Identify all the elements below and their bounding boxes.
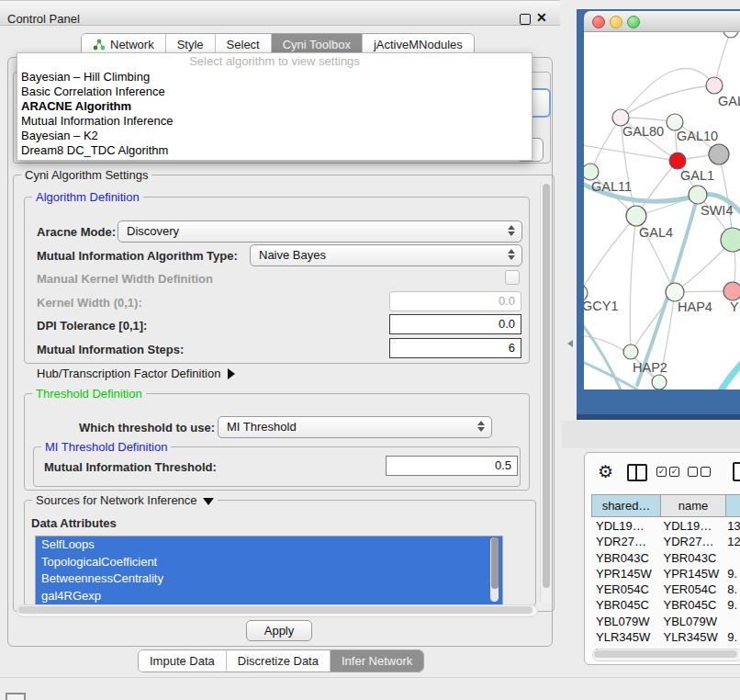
network-node-GAL4[interactable] xyxy=(626,206,646,226)
hub-definition-section[interactable]: Hub/Transcription Factor Definition xyxy=(37,367,235,380)
table-cell: YPR145W xyxy=(591,566,658,581)
zoom-window-icon[interactable] xyxy=(627,16,640,28)
tab-label: Impute Data xyxy=(150,654,215,668)
algorithm-option[interactable]: Bayesian – K2 xyxy=(17,129,532,143)
table-cell: YBL079W xyxy=(591,614,658,629)
dpi-tolerance-input[interactable]: 0.0 xyxy=(389,314,521,334)
aracne-mode-select[interactable]: Discovery xyxy=(118,220,522,243)
sources-title[interactable]: Sources for Network Inference xyxy=(32,493,218,507)
selected-value: Discovery xyxy=(127,224,179,238)
selected-value: MI Threshold xyxy=(227,420,297,434)
column-header-shared-name[interactable]: shared… xyxy=(591,494,661,517)
table-cell: YBL079W xyxy=(658,614,723,629)
tab-infer-network[interactable]: Infer Network xyxy=(331,650,423,672)
network-edge[interactable] xyxy=(621,68,714,118)
deselect-all-icon[interactable] xyxy=(688,467,713,480)
network-node-GAL7[interactable] xyxy=(706,77,723,94)
table-cell: YDR27… xyxy=(658,534,723,549)
algorithm-option[interactable]: Basic Correlation Inference xyxy=(17,85,532,99)
scrollbar-thumb[interactable] xyxy=(18,606,533,614)
network-edge[interactable] xyxy=(621,85,714,118)
network-icon xyxy=(93,39,106,51)
network-edge[interactable] xyxy=(584,216,636,293)
network-edge[interactable] xyxy=(590,118,621,172)
network-edge[interactable] xyxy=(584,317,621,390)
algorithm-option[interactable]: Mutual Information Inference xyxy=(17,114,532,129)
network-node-HAP4[interactable] xyxy=(666,283,684,301)
attributes-scrollbar[interactable] xyxy=(490,537,499,602)
network-node-HAP2[interactable] xyxy=(623,344,638,359)
expand-right-icon[interactable] xyxy=(228,368,235,379)
scrollbar-thumb[interactable] xyxy=(491,537,499,589)
scrollbar-thumb[interactable] xyxy=(543,184,550,588)
mi-algorithm-type-select[interactable]: Naive Bayes xyxy=(250,244,522,266)
table-row[interactable]: YLR345WYLR345W9. xyxy=(591,629,740,645)
which-threshold-select[interactable]: MI Threshold xyxy=(218,416,492,438)
network-node-GAL11[interactable] xyxy=(584,164,599,180)
network-node-node-big-green[interactable] xyxy=(721,228,740,252)
data-attribute-item[interactable]: SelfLoops xyxy=(36,536,502,554)
table-horizontal-scrollbar[interactable] xyxy=(592,649,740,661)
network-edge[interactable] xyxy=(584,359,637,390)
table-row[interactable]: YDL19…YDL19…13 xyxy=(591,518,740,534)
network-node-node-gray[interactable] xyxy=(709,144,729,164)
network-node-Y-node[interactable] xyxy=(723,282,740,300)
network-edge[interactable] xyxy=(584,144,678,161)
dropdown-prompt: Select algorithm to view settings xyxy=(17,53,532,70)
network-canvas[interactable]: GAL7GAL80GAL10GAL1GAL11SWI4GAL4GCY1HAP4Y… xyxy=(584,32,740,390)
tab-impute-data[interactable]: Impute Data xyxy=(139,650,227,672)
data-attribute-item[interactable]: gal4RGexp xyxy=(36,588,502,605)
page-icon[interactable] xyxy=(733,462,740,481)
tab-label: Cyni Toolbox xyxy=(283,38,351,51)
scrollbar-thumb[interactable] xyxy=(594,650,737,658)
table-cell: 9. xyxy=(723,566,740,581)
column-header-next[interactable] xyxy=(726,494,740,517)
settings-horizontal-scrollbar[interactable] xyxy=(17,604,538,617)
network-edge[interactable] xyxy=(718,356,740,390)
network-window-titlebar[interactable] xyxy=(584,11,740,32)
tab-discretize-data[interactable]: Discretize Data xyxy=(227,650,331,672)
table-row[interactable]: YBR043CYBR043C xyxy=(591,550,740,566)
apply-button[interactable]: Apply xyxy=(246,620,312,641)
table-cell: YBR043C xyxy=(658,550,723,566)
network-node-GAL1[interactable] xyxy=(669,152,686,169)
minimized-panel-icon[interactable] xyxy=(6,693,26,700)
algorithm-option[interactable]: Dream8 DC_TDC Algorithm xyxy=(17,143,532,158)
kernel-width-label: Kernel Width (0,1): xyxy=(37,296,142,310)
select-all-icon[interactable]: ✓✓ xyxy=(656,467,682,480)
network-edge[interactable] xyxy=(630,216,636,352)
manual-kernel-width-checkbox[interactable] xyxy=(505,270,520,285)
data-attribute-item[interactable]: TopologicalCoefficient xyxy=(36,554,502,571)
algorithm-dropdown: Select algorithm to view settings Bayesi… xyxy=(17,52,533,161)
split-columns-icon[interactable] xyxy=(627,464,647,481)
splitter-collapse-icon[interactable] xyxy=(567,340,573,347)
mi-threshold-input[interactable]: 0.5 xyxy=(386,456,518,476)
algorithm-option[interactable]: Bayesian – Hill Climbing xyxy=(17,70,532,85)
algorithm-option[interactable]: ARACNE Algorithm xyxy=(17,99,532,114)
network-node-node-bottom[interactable] xyxy=(652,375,667,390)
collapse-down-icon[interactable] xyxy=(203,498,214,505)
network-graph: GAL7GAL80GAL10GAL1GAL11SWI4GAL4GCY1HAP4Y… xyxy=(584,32,740,390)
table-cell: YDR27… xyxy=(591,534,658,549)
mi-steps-input[interactable]: 6 xyxy=(389,338,521,358)
network-node-SWI4[interactable] xyxy=(689,186,707,204)
settings-vertical-scrollbar[interactable] xyxy=(540,180,551,604)
dpi-tolerance-label: DPI Tolerance [0,1]: xyxy=(37,319,147,333)
table-row[interactable]: YER054CYER054C8. xyxy=(591,581,740,597)
close-icon[interactable]: ✕ xyxy=(536,10,547,25)
close-window-icon[interactable] xyxy=(592,16,605,28)
data-attribute-item[interactable]: BetweennessCentrality xyxy=(36,570,502,588)
table-row[interactable]: YPR145WYPR145W9. xyxy=(591,566,740,581)
node-label-GAL7: GAL7 xyxy=(718,94,740,108)
column-header-name[interactable]: name xyxy=(661,494,726,517)
table-row[interactable]: YBR045CYBR045C9. xyxy=(591,597,740,613)
network-node-node-top[interactable] xyxy=(723,32,738,38)
float-window-icon[interactable] xyxy=(520,14,531,25)
table-row[interactable]: YDR27…YDR27…12 xyxy=(591,534,740,549)
minimize-window-icon[interactable] xyxy=(610,16,622,28)
settings-gear-icon[interactable]: ⚙ xyxy=(598,461,613,482)
kernel-width-input[interactable]: 0.0 xyxy=(389,291,521,311)
table-cell: YER054C xyxy=(591,581,658,597)
table-row[interactable]: YBL079WYBL079W xyxy=(591,614,740,629)
data-attributes-list[interactable]: SelfLoopsTopologicalCoefficientBetweenne… xyxy=(35,536,503,605)
